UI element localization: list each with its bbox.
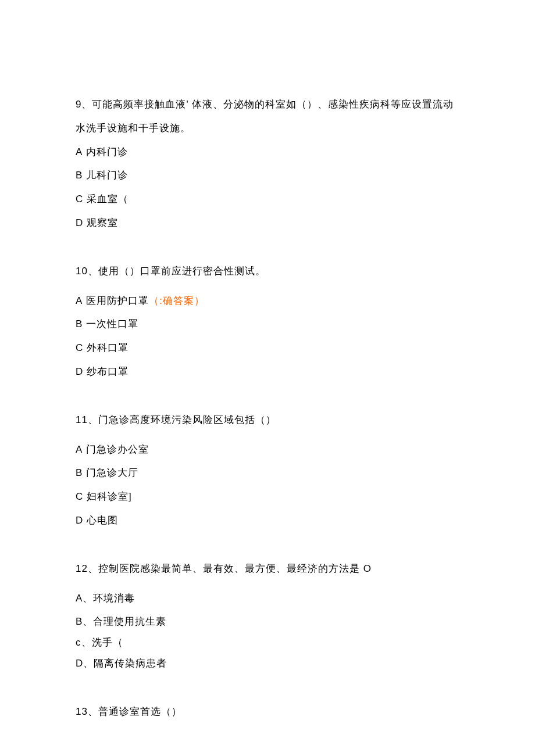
question-11: 11、门急诊高度环境污染风险区域包括（） A 门急诊办公室 B 门急诊大厅 C … (76, 409, 459, 533)
question-number: 9、 (76, 99, 92, 110)
option-text: 门急诊办公室 (83, 444, 149, 455)
question-text: 9、可能高频率接触血液' 体液、分泌物的科室如（）、感染性疾病科等应设置流动水洗… (76, 93, 459, 141)
question-13: 13、普通诊室首选（） (76, 700, 459, 724)
option-letter: C (76, 342, 83, 353)
question-10: 10、使用（）口罩前应进行密合性测试。 A 医用防护口罩（:确答案） B 一次性… (76, 260, 459, 384)
option-letter: B (76, 318, 83, 329)
option-text: 纱布口罩 (83, 366, 129, 377)
option-text: 合理使用抗生素 (93, 616, 166, 627)
question-text: 13、普通诊室首选（） (76, 700, 459, 724)
question-number: 11、 (76, 414, 98, 425)
option-b: B 儿科门诊 (76, 164, 459, 188)
option-text: 洗手（ (92, 637, 123, 648)
option-a: A、环境消毒 (76, 587, 459, 611)
option-b: B 一次性口罩 (76, 313, 459, 336)
question-body: 使用（）口罩前应进行密合性测试。 (98, 266, 266, 277)
option-text: 外科口罩 (83, 342, 129, 353)
option-letter: B (76, 467, 83, 478)
option-c: C 妇科诊室] (76, 485, 459, 509)
question-text: 12、控制医院感染最简单、最有效、最方便、最经济的方法是 O (76, 557, 459, 581)
option-c: C 采血室（ (76, 188, 459, 212)
option-letter: D、 (76, 658, 94, 669)
option-b: B、合理使用抗生素 (76, 610, 459, 634)
option-letter: C (76, 194, 83, 205)
option-a: A 医用防护口罩（:确答案） (76, 289, 459, 313)
option-a: A 门急诊办公室 (76, 438, 459, 462)
option-letter: B (76, 170, 83, 181)
question-number: 13、 (76, 706, 98, 717)
option-letter: B、 (76, 616, 93, 627)
option-d: D 观察室 (76, 212, 459, 235)
option-a: A 内科门诊 (76, 141, 459, 164)
option-letter: D (76, 515, 83, 526)
option-text: 采血室（ (83, 194, 129, 205)
option-letter: A (76, 295, 83, 306)
question-text: 11、门急诊高度环境污染风险区域包括（） (76, 409, 459, 432)
option-text: 门急诊大厅 (83, 467, 138, 478)
question-9: 9、可能高频率接触血液' 体液、分泌物的科室如（）、感染性疾病科等应设置流动水洗… (76, 93, 459, 235)
option-letter: A (76, 444, 83, 455)
option-text: 内科门诊 (83, 146, 128, 157)
option-text: 妇科诊室] (83, 491, 131, 502)
question-body: 控制医院感染最简单、最有效、最方便、最经济的方法是 O (98, 563, 372, 574)
option-letter: A、 (76, 593, 93, 604)
question-body: 普通诊室首选（） (98, 706, 182, 717)
question-body: 可能高频率接触血液' 体液、分泌物的科室如（）、感染性疾病科等应设置流动水洗手设… (76, 99, 454, 134)
option-d: D 心电图 (76, 509, 459, 533)
option-letter: A (76, 146, 83, 157)
answer-mark: （:确答案） (149, 295, 205, 306)
option-letter: D (76, 366, 83, 377)
question-body: 门急诊高度环境污染风险区域包括（） (98, 414, 276, 425)
question-number: 10、 (76, 266, 98, 277)
option-d: D、隔离传染病患者 (76, 652, 459, 676)
option-text: 儿科门诊 (83, 170, 128, 181)
question-12: 12、控制医院感染最简单、最有效、最方便、最经济的方法是 O A、环境消毒 B、… (76, 557, 459, 676)
option-text: 一次性口罩 (83, 318, 138, 329)
option-letter: D (76, 217, 83, 228)
option-c: C 外科口罩 (76, 336, 459, 360)
option-letter: c、 (76, 637, 92, 648)
option-text: 隔离传染病患者 (94, 658, 167, 669)
question-text: 10、使用（）口罩前应进行密合性测试。 (76, 260, 459, 284)
option-c: c、洗手（ (76, 634, 459, 652)
option-text: 医用防护口罩 (83, 295, 149, 306)
option-d: D 纱布口罩 (76, 360, 459, 384)
option-text: 心电图 (83, 515, 118, 526)
option-text: 观察室 (83, 217, 118, 228)
question-number: 12、 (76, 563, 98, 574)
option-b: B 门急诊大厅 (76, 461, 459, 485)
option-text: 环境消毒 (93, 593, 135, 604)
option-letter: C (76, 491, 83, 502)
